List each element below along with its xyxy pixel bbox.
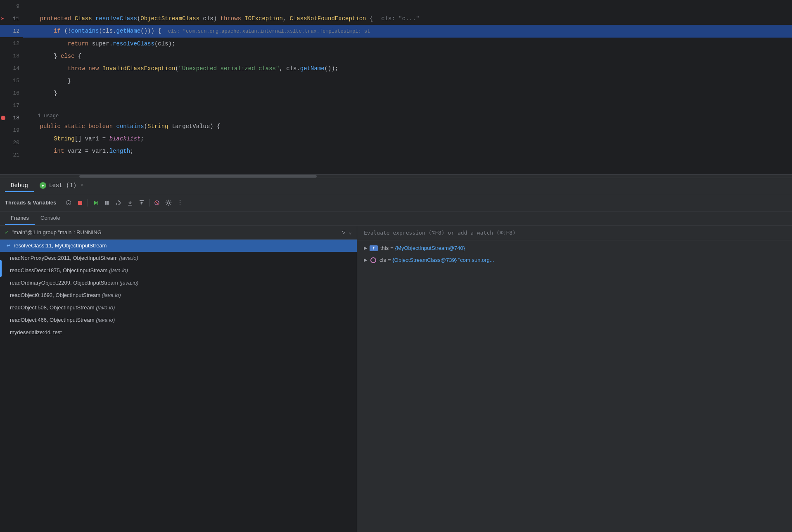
line-number: 15 [13, 78, 19, 84]
line-number: 18 [13, 115, 19, 121]
code-line-18: public static boolean contains(String ta… [23, 120, 792, 133]
step-out-button[interactable] [136, 197, 147, 209]
line-number: 9 [16, 3, 19, 10]
code-line-20: int var2 = var1.length; [23, 145, 792, 157]
variable-item-this[interactable]: ▶ f this = {MyObjectInputStream@740} [357, 242, 792, 254]
frame-text: readObject:466, ObjectInputStream (java.… [10, 317, 115, 323]
toolbar-separator [88, 199, 88, 207]
line-number: 17 [13, 102, 19, 109]
code-line-15: } [23, 75, 792, 87]
frames-tab[interactable]: Frames [5, 211, 35, 225]
var-equals: = [390, 245, 394, 251]
code-line-17 [23, 100, 792, 112]
frame-text: readObject:508, ObjectInputStream (java.… [10, 304, 115, 311]
step-over-button[interactable] [113, 197, 124, 209]
gutter-line-11: ➤ 11 [0, 12, 23, 25]
code-line-12-if: if (!contains(cls.getName())) {cls: "com… [23, 25, 792, 38]
console-tab[interactable]: Console [35, 211, 66, 225]
restart-debug-button[interactable] [63, 197, 74, 209]
gutter-line-12b: 12 [0, 37, 23, 50]
eval-bar[interactable]: Evaluate expression (⌥F8) or add a watch… [357, 226, 792, 240]
svg-rect-4 [128, 205, 132, 206]
gutter-line-15: 15 [0, 74, 23, 87]
line-number: 13 [13, 53, 19, 59]
code-line-14: throw new InvalidClassException("Unexpec… [23, 62, 792, 75]
gutter-line-18: 18 [0, 112, 23, 124]
test-tab[interactable]: ▶ test (1) × [34, 179, 91, 192]
code-line-12-return: return super.resolveClass(cls); [23, 38, 792, 50]
debug-tab[interactable]: Debug [5, 180, 34, 192]
active-debug-indicator [0, 260, 2, 277]
frame-item[interactable]: readObject0:1692, ObjectInputStream (jav… [0, 289, 357, 302]
frame-text: mydeserialize:44, test [10, 329, 62, 335]
line-number: 21 [13, 152, 19, 158]
var-expand-icon[interactable]: ▶ [364, 257, 367, 263]
frame-item[interactable]: readObject:466, ObjectInputStream (java.… [0, 314, 357, 326]
stop-button[interactable] [74, 197, 86, 209]
frame-item[interactable]: ↩ resolveClass:11, MyObjectInputStream [0, 240, 357, 252]
settings-button[interactable] [163, 197, 174, 209]
code-line-9 [23, 0, 792, 12]
var-name: cls [379, 257, 386, 263]
frame-item[interactable]: readObject:508, ObjectInputStream (java.… [0, 302, 357, 314]
tab-close-button[interactable]: × [79, 182, 85, 189]
toolbar-separator-2 [149, 199, 149, 207]
thread-check-icon: ✓ [5, 229, 8, 236]
variable-item-cls[interactable]: ▶ cls = {ObjectStreamClass@739} "com.sun… [357, 254, 792, 266]
mute-breakpoints-button[interactable] [151, 197, 163, 209]
var-expand-icon[interactable]: ▶ [364, 245, 367, 251]
editor-scrollbar[interactable] [0, 174, 792, 178]
step-into-button[interactable] [124, 197, 136, 209]
debug-tab-label: Debug [11, 182, 28, 189]
debug-arrow-icon: ➤ [1, 15, 4, 22]
editor-area: 9 ➤ 11 12 12 13 14 [0, 0, 792, 178]
gutter-line-9: 9 [0, 0, 23, 12]
threads-title: Threads & Variables [5, 200, 56, 206]
breakpoint-icon [1, 116, 5, 120]
code-editor[interactable]: protected Class resolveClass(ObjectStrea… [23, 0, 792, 174]
frame-item[interactable]: readOrdinaryObject:2209, ObjectInputStre… [0, 277, 357, 289]
var-cls-icon [370, 257, 376, 263]
frame-arrow-icon: ↩ [7, 243, 10, 248]
code-line-11: protected Class resolveClass(ObjectStrea… [23, 12, 792, 25]
resume-button[interactable] [90, 197, 101, 209]
code-line-13: } else { [23, 50, 792, 62]
variables-list: ▶ f this = {MyObjectInputStream@740} ▶ c… [357, 240, 792, 268]
frame-item[interactable]: mydeserialize:44, test [0, 326, 357, 339]
debug-content: ✓ "main"@1 in group "main": RUNNING ▽ ⌄ … [0, 226, 792, 532]
gutter-line-19: 19 [0, 124, 23, 136]
frames-list: ↩ resolveClass:11, MyObjectInputStream r… [0, 240, 357, 532]
frame-text: readOrdinaryObject:2209, ObjectInputStre… [10, 280, 138, 286]
test-tab-label: test (1) [49, 182, 76, 189]
frame-text: resolveClass:11, MyObjectInputStream [14, 242, 107, 249]
eval-hint-text: Evaluate expression (⌥F8) or add a watch… [364, 230, 516, 236]
more-options-button[interactable]: ⋮ [174, 197, 186, 209]
thread-name: "main"@1 in group "main": RUNNING [12, 229, 339, 235]
frame-item[interactable]: readNonProxyDesc:2011, ObjectInputStream… [0, 252, 357, 264]
filter-icon[interactable]: ▽ [342, 229, 345, 236]
threads-toolbar: Threads & Variables [0, 194, 792, 211]
gutter-line-20: 20 [0, 136, 23, 149]
pause-button[interactable] [101, 197, 113, 209]
line-number: 20 [13, 140, 19, 146]
var-this-icon: f [370, 245, 378, 251]
usage-hint: 1 usage [23, 112, 792, 120]
svg-line-7 [155, 201, 159, 204]
gutter-line-21: 21 [0, 149, 23, 161]
gutter-line-12: 12 [0, 25, 23, 37]
frame-item[interactable]: readClassDesc:1875, ObjectInputStream (j… [0, 264, 357, 277]
code-line-16: } [23, 87, 792, 100]
debug-tab-bar: Debug ▶ test (1) × [0, 178, 792, 194]
frame-text: readObject0:1692, ObjectInputStream (jav… [10, 292, 121, 298]
frames-console-tabs: Frames Console [0, 211, 792, 226]
thread-header[interactable]: ✓ "main"@1 in group "main": RUNNING ▽ ⌄ [0, 226, 357, 240]
frames-panel: ✓ "main"@1 in group "main": RUNNING ▽ ⌄ … [0, 226, 357, 532]
test-run-icon: ▶ [40, 182, 46, 189]
variables-panel: Evaluate expression (⌥F8) or add a watch… [357, 226, 792, 532]
expand-icon[interactable]: ⌄ [349, 229, 352, 235]
scrollbar-thumb[interactable] [79, 175, 317, 178]
debug-section: Debug ▶ test (1) × Threads & Variables [0, 178, 792, 532]
svg-rect-3 [107, 201, 109, 205]
svg-rect-2 [105, 201, 107, 205]
line-number: 12 [13, 40, 19, 47]
